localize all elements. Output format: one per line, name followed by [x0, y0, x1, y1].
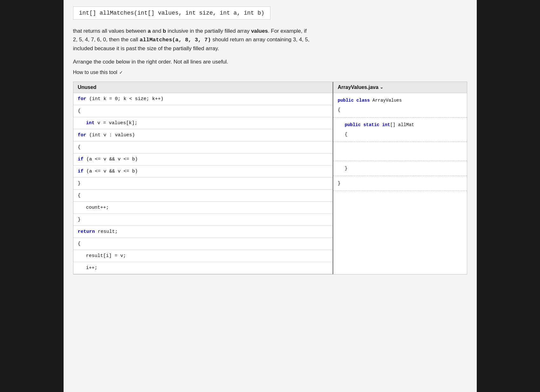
code-row-open-brace-1[interactable]: { — [73, 105, 332, 117]
code-row-open-brace-2[interactable]: { — [73, 141, 332, 153]
close-brace-1: } — [78, 181, 81, 186]
code-i-inc-text: i++; — [86, 265, 98, 271]
java-row-close-method: } — [333, 164, 467, 173]
java-section-close-class: } — [333, 176, 467, 191]
open-brace-2: { — [78, 145, 81, 150]
code-row-int-v[interactable]: int v = values[k]; — [73, 117, 332, 129]
how-to-use-toggle[interactable]: How to use this tool ✓ — [73, 70, 467, 75]
code-row-result-i[interactable]: result[i] = v; — [73, 250, 332, 262]
code-row-close-brace-1[interactable]: } — [73, 178, 332, 190]
function-signature-text: int[] allMatches(int[] values, int size,… — [79, 10, 264, 16]
java-panel-header: ArrayValues.java ⌄ — [333, 82, 467, 93]
open-brace-4: { — [78, 241, 81, 247]
java-row-open-brace-class: { — [333, 105, 467, 115]
kw-if-2: if — [78, 169, 84, 174]
code-row-count[interactable]: count++; — [73, 202, 332, 214]
open-brace-3: { — [78, 193, 81, 198]
java-panel-filename: ArrayValues.java — [338, 84, 379, 90]
description-line1: that returns all values between a and b … — [73, 28, 307, 34]
java-section-class: public class ArrayValues { — [333, 93, 467, 118]
code-row-if-1[interactable]: if (a <= v && v <= b) — [73, 153, 332, 166]
kw-return-1: return — [78, 229, 95, 234]
chevron-down-icon: ✓ — [119, 70, 123, 75]
code-int-v-text: v = values[k]; — [98, 120, 138, 126]
description-line3: included because it is past the size of … — [73, 45, 219, 51]
java-section-method: public static int[] allMat { — [333, 118, 467, 142]
page-container: int[] allMatches(int[] values, int size,… — [64, 0, 477, 392]
code-if-1-text: (a <= v && v <= b) — [86, 157, 138, 162]
description-paragraph: that returns all values between a and b … — [73, 27, 467, 53]
code-result-i-text: result[i] = v; — [86, 253, 126, 259]
close-brace-2: } — [78, 217, 81, 222]
code-for-v-text: (int v : values) — [89, 132, 135, 138]
unused-panel-title: Unused — [78, 84, 97, 90]
java-drop-zone[interactable] — [333, 142, 467, 161]
function-signature-box: int[] allMatches(int[] values, int size,… — [73, 6, 270, 20]
code-for-k-text: (int k = 0; k < size; k++) — [89, 96, 164, 102]
unused-panel: Unused for (int k = 0; k < size; k++) { … — [73, 82, 333, 274]
java-row-public-static: public static int[] allMat — [333, 120, 467, 130]
java-panel: ArrayValues.java ⌄ public class ArrayVal… — [333, 82, 467, 274]
panels-container: Unused for (int k = 0; k < size; k++) { … — [73, 82, 467, 274]
java-row-public-class: public class ArrayValues — [333, 96, 467, 105]
open-brace-1: { — [78, 108, 81, 114]
java-row-close-class: } — [333, 179, 467, 188]
code-if-2-text: (a <= v && v <= b) — [86, 169, 138, 174]
description-line2: 2, 5, 4, 7, 6, 0, then the call allMatch… — [73, 37, 310, 43]
code-count-text: count++; — [86, 205, 109, 210]
kw-for-2: for — [78, 132, 86, 138]
how-to-use-label: How to use this tool — [73, 70, 118, 75]
kw-int-1: int — [86, 120, 95, 126]
java-row-open-brace-method: { — [333, 130, 467, 139]
chevron-down-icon-java: ⌄ — [380, 85, 383, 90]
code-row-open-brace-3[interactable]: { — [73, 190, 332, 202]
java-section-close-method: } — [333, 161, 467, 176]
code-return-text: result; — [98, 229, 118, 234]
code-row-return[interactable]: return result; — [73, 226, 332, 238]
code-row-open-brace-4[interactable]: { — [73, 238, 332, 250]
kw-for-1: for — [78, 96, 86, 102]
arrange-text: Arrange the code below in the right orde… — [73, 59, 467, 65]
unused-panel-header: Unused — [73, 82, 332, 93]
code-row-close-brace-2[interactable]: } — [73, 214, 332, 226]
code-row-if-2[interactable]: if (a <= v && v <= b) — [73, 166, 332, 178]
code-row-for-k[interactable]: for (int k = 0; k < size; k++) — [73, 93, 332, 105]
kw-if-1: if — [78, 157, 84, 162]
code-row-i-inc[interactable]: i++; — [73, 262, 332, 274]
code-row-for-v[interactable]: for (int v : values) — [73, 129, 332, 141]
